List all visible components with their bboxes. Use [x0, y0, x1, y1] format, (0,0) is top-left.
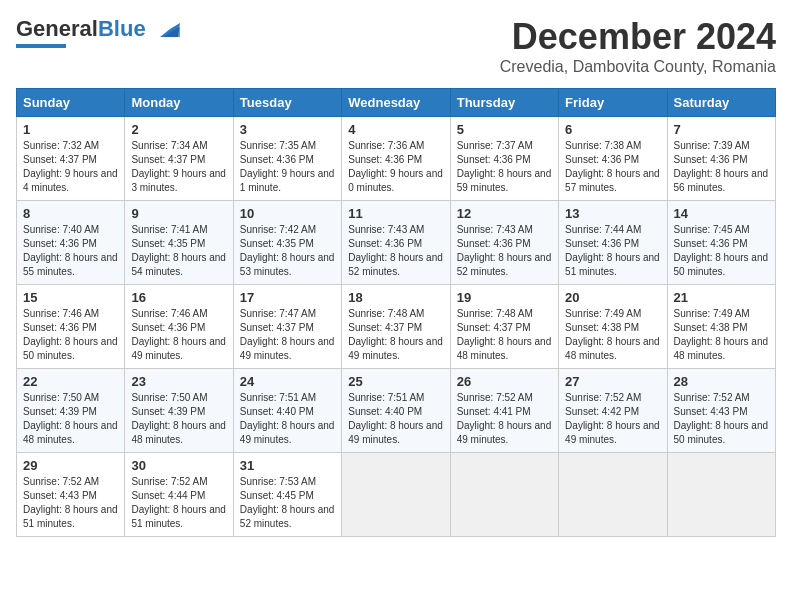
day-number: 17	[240, 290, 335, 305]
calendar-table: SundayMondayTuesdayWednesdayThursdayFrid…	[16, 88, 776, 537]
page-header: GeneralBlue December 2024 Crevedia, Damb…	[16, 16, 776, 76]
calendar-cell: 19Sunrise: 7:48 AM Sunset: 4:37 PM Dayli…	[450, 285, 558, 369]
calendar-cell: 21Sunrise: 7:49 AM Sunset: 4:38 PM Dayli…	[667, 285, 775, 369]
day-info: Sunrise: 7:48 AM Sunset: 4:37 PM Dayligh…	[457, 307, 552, 363]
day-number: 28	[674, 374, 769, 389]
calendar-cell: 27Sunrise: 7:52 AM Sunset: 4:42 PM Dayli…	[559, 369, 667, 453]
day-info: Sunrise: 7:36 AM Sunset: 4:36 PM Dayligh…	[348, 139, 443, 195]
col-header-tuesday: Tuesday	[233, 89, 341, 117]
day-number: 19	[457, 290, 552, 305]
day-info: Sunrise: 7:46 AM Sunset: 4:36 PM Dayligh…	[23, 307, 118, 363]
calendar-title-section: December 2024 Crevedia, Dambovita County…	[500, 16, 776, 76]
day-number: 14	[674, 206, 769, 221]
calendar-cell: 28Sunrise: 7:52 AM Sunset: 4:43 PM Dayli…	[667, 369, 775, 453]
calendar-cell: 23Sunrise: 7:50 AM Sunset: 4:39 PM Dayli…	[125, 369, 233, 453]
day-number: 18	[348, 290, 443, 305]
logo-icon	[150, 19, 180, 39]
day-info: Sunrise: 7:37 AM Sunset: 4:36 PM Dayligh…	[457, 139, 552, 195]
calendar-cell: 9Sunrise: 7:41 AM Sunset: 4:35 PM Daylig…	[125, 201, 233, 285]
col-header-thursday: Thursday	[450, 89, 558, 117]
day-number: 20	[565, 290, 660, 305]
calendar-cell: 20Sunrise: 7:49 AM Sunset: 4:38 PM Dayli…	[559, 285, 667, 369]
calendar-cell: 31Sunrise: 7:53 AM Sunset: 4:45 PM Dayli…	[233, 453, 341, 537]
day-number: 23	[131, 374, 226, 389]
month-title: December 2024	[500, 16, 776, 58]
calendar-week-row: 8Sunrise: 7:40 AM Sunset: 4:36 PM Daylig…	[17, 201, 776, 285]
calendar-cell	[450, 453, 558, 537]
day-info: Sunrise: 7:43 AM Sunset: 4:36 PM Dayligh…	[348, 223, 443, 279]
day-info: Sunrise: 7:52 AM Sunset: 4:43 PM Dayligh…	[23, 475, 118, 531]
calendar-cell: 10Sunrise: 7:42 AM Sunset: 4:35 PM Dayli…	[233, 201, 341, 285]
day-number: 12	[457, 206, 552, 221]
day-number: 2	[131, 122, 226, 137]
day-number: 27	[565, 374, 660, 389]
logo-underline	[16, 44, 66, 48]
calendar-week-row: 22Sunrise: 7:50 AM Sunset: 4:39 PM Dayli…	[17, 369, 776, 453]
day-number: 15	[23, 290, 118, 305]
day-info: Sunrise: 7:51 AM Sunset: 4:40 PM Dayligh…	[348, 391, 443, 447]
calendar-week-row: 15Sunrise: 7:46 AM Sunset: 4:36 PM Dayli…	[17, 285, 776, 369]
day-number: 5	[457, 122, 552, 137]
calendar-cell: 29Sunrise: 7:52 AM Sunset: 4:43 PM Dayli…	[17, 453, 125, 537]
day-info: Sunrise: 7:52 AM Sunset: 4:41 PM Dayligh…	[457, 391, 552, 447]
calendar-cell	[559, 453, 667, 537]
col-header-sunday: Sunday	[17, 89, 125, 117]
col-header-saturday: Saturday	[667, 89, 775, 117]
calendar-cell: 17Sunrise: 7:47 AM Sunset: 4:37 PM Dayli…	[233, 285, 341, 369]
calendar-cell: 3Sunrise: 7:35 AM Sunset: 4:36 PM Daylig…	[233, 117, 341, 201]
day-number: 29	[23, 458, 118, 473]
day-number: 25	[348, 374, 443, 389]
day-number: 3	[240, 122, 335, 137]
calendar-cell: 26Sunrise: 7:52 AM Sunset: 4:41 PM Dayli…	[450, 369, 558, 453]
day-info: Sunrise: 7:44 AM Sunset: 4:36 PM Dayligh…	[565, 223, 660, 279]
day-info: Sunrise: 7:49 AM Sunset: 4:38 PM Dayligh…	[674, 307, 769, 363]
day-info: Sunrise: 7:52 AM Sunset: 4:43 PM Dayligh…	[674, 391, 769, 447]
day-number: 24	[240, 374, 335, 389]
day-info: Sunrise: 7:40 AM Sunset: 4:36 PM Dayligh…	[23, 223, 118, 279]
calendar-week-row: 29Sunrise: 7:52 AM Sunset: 4:43 PM Dayli…	[17, 453, 776, 537]
day-info: Sunrise: 7:49 AM Sunset: 4:38 PM Dayligh…	[565, 307, 660, 363]
day-info: Sunrise: 7:50 AM Sunset: 4:39 PM Dayligh…	[23, 391, 118, 447]
day-info: Sunrise: 7:42 AM Sunset: 4:35 PM Dayligh…	[240, 223, 335, 279]
day-info: Sunrise: 7:48 AM Sunset: 4:37 PM Dayligh…	[348, 307, 443, 363]
day-info: Sunrise: 7:39 AM Sunset: 4:36 PM Dayligh…	[674, 139, 769, 195]
day-number: 11	[348, 206, 443, 221]
day-number: 16	[131, 290, 226, 305]
day-info: Sunrise: 7:41 AM Sunset: 4:35 PM Dayligh…	[131, 223, 226, 279]
day-number: 7	[674, 122, 769, 137]
calendar-cell: 2Sunrise: 7:34 AM Sunset: 4:37 PM Daylig…	[125, 117, 233, 201]
calendar-cell	[342, 453, 450, 537]
day-info: Sunrise: 7:35 AM Sunset: 4:36 PM Dayligh…	[240, 139, 335, 195]
calendar-header-row: SundayMondayTuesdayWednesdayThursdayFrid…	[17, 89, 776, 117]
day-info: Sunrise: 7:53 AM Sunset: 4:45 PM Dayligh…	[240, 475, 335, 531]
calendar-cell: 30Sunrise: 7:52 AM Sunset: 4:44 PM Dayli…	[125, 453, 233, 537]
calendar-cell: 7Sunrise: 7:39 AM Sunset: 4:36 PM Daylig…	[667, 117, 775, 201]
calendar-cell	[667, 453, 775, 537]
day-info: Sunrise: 7:32 AM Sunset: 4:37 PM Dayligh…	[23, 139, 118, 195]
day-info: Sunrise: 7:46 AM Sunset: 4:36 PM Dayligh…	[131, 307, 226, 363]
calendar-cell: 4Sunrise: 7:36 AM Sunset: 4:36 PM Daylig…	[342, 117, 450, 201]
col-header-friday: Friday	[559, 89, 667, 117]
calendar-cell: 6Sunrise: 7:38 AM Sunset: 4:36 PM Daylig…	[559, 117, 667, 201]
calendar-cell: 1Sunrise: 7:32 AM Sunset: 4:37 PM Daylig…	[17, 117, 125, 201]
day-info: Sunrise: 7:45 AM Sunset: 4:36 PM Dayligh…	[674, 223, 769, 279]
calendar-cell: 11Sunrise: 7:43 AM Sunset: 4:36 PM Dayli…	[342, 201, 450, 285]
location-title: Crevedia, Dambovita County, Romania	[500, 58, 776, 76]
day-number: 30	[131, 458, 226, 473]
day-number: 4	[348, 122, 443, 137]
calendar-cell: 8Sunrise: 7:40 AM Sunset: 4:36 PM Daylig…	[17, 201, 125, 285]
col-header-wednesday: Wednesday	[342, 89, 450, 117]
day-info: Sunrise: 7:52 AM Sunset: 4:44 PM Dayligh…	[131, 475, 226, 531]
calendar-cell: 13Sunrise: 7:44 AM Sunset: 4:36 PM Dayli…	[559, 201, 667, 285]
day-number: 10	[240, 206, 335, 221]
day-info: Sunrise: 7:51 AM Sunset: 4:40 PM Dayligh…	[240, 391, 335, 447]
day-number: 9	[131, 206, 226, 221]
calendar-cell: 16Sunrise: 7:46 AM Sunset: 4:36 PM Dayli…	[125, 285, 233, 369]
calendar-cell: 24Sunrise: 7:51 AM Sunset: 4:40 PM Dayli…	[233, 369, 341, 453]
calendar-cell: 25Sunrise: 7:51 AM Sunset: 4:40 PM Dayli…	[342, 369, 450, 453]
calendar-cell: 12Sunrise: 7:43 AM Sunset: 4:36 PM Dayli…	[450, 201, 558, 285]
logo: GeneralBlue	[16, 16, 180, 48]
day-number: 13	[565, 206, 660, 221]
day-info: Sunrise: 7:38 AM Sunset: 4:36 PM Dayligh…	[565, 139, 660, 195]
calendar-cell: 22Sunrise: 7:50 AM Sunset: 4:39 PM Dayli…	[17, 369, 125, 453]
